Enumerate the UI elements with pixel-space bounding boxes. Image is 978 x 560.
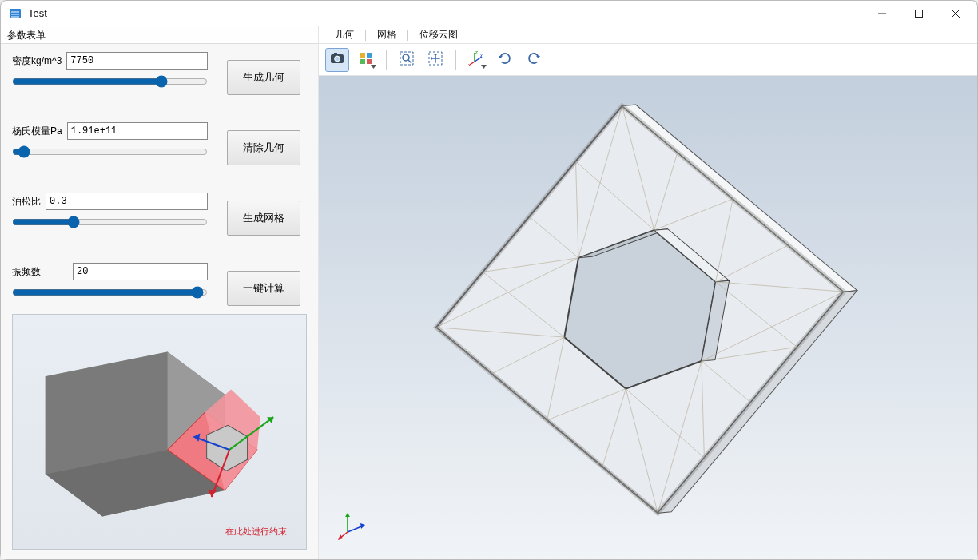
- toolbar-separator: [455, 50, 456, 70]
- svg-text:x: x: [468, 62, 471, 66]
- screenshot-icon: [329, 50, 345, 69]
- screenshot-button[interactable]: [325, 48, 349, 72]
- mesh-render: [319, 76, 977, 559]
- toolbar-separator: [386, 50, 387, 70]
- parameters-panel: 参数表单 密度kg/m^3 生成几何 杨氏模量Pa: [1, 26, 319, 559]
- minimize-button[interactable]: [864, 2, 900, 26]
- main-area: 几何 网格 位移云图: [319, 26, 977, 559]
- maximize-button[interactable]: [900, 2, 937, 26]
- axes-tripod-button[interactable]: z y x: [464, 48, 488, 72]
- svg-rect-18: [360, 53, 365, 58]
- density-slider[interactable]: [12, 74, 208, 89]
- app-window: Test 参数表单 密度kg/m^3 生: [0, 0, 978, 560]
- close-button[interactable]: [937, 2, 974, 26]
- youngs-input[interactable]: [67, 122, 208, 140]
- param-density: 密度kg/m^3: [12, 52, 208, 89]
- freq-input[interactable]: [73, 263, 208, 280]
- poisson-slider[interactable]: [12, 215, 208, 229]
- viewport-3d[interactable]: [319, 76, 977, 559]
- menu-mesh[interactable]: 网格: [368, 26, 406, 43]
- rotate-cw-icon: [526, 50, 542, 69]
- display-mode-button[interactable]: [354, 48, 378, 72]
- rotate-cw-button[interactable]: [522, 48, 546, 72]
- svg-text:z: z: [475, 50, 478, 54]
- pan-icon: [427, 50, 443, 69]
- toolbar: z y x: [319, 44, 977, 76]
- svg-line-24: [408, 60, 411, 63]
- svg-point-23: [403, 54, 409, 61]
- param-poisson: 泊松比: [12, 193, 208, 229]
- generate-mesh-button[interactable]: 生成网格: [227, 201, 300, 236]
- param-frequency: 振频数: [12, 263, 208, 300]
- zoom-fit-icon: [399, 50, 415, 69]
- menu-displacement-cloud[interactable]: 位移云图: [410, 26, 467, 43]
- svg-rect-17: [334, 53, 337, 55]
- viewport-axes-icon: [336, 510, 368, 542]
- window-title: Test: [28, 7, 47, 19]
- zoom-fit-button[interactable]: [395, 48, 419, 72]
- svg-marker-41: [345, 513, 350, 517]
- density-label: 密度kg/m^3: [12, 54, 62, 68]
- poisson-label: 泊松比: [12, 195, 41, 209]
- geometry-preview: 在此处进行约束: [12, 314, 307, 550]
- youngs-slider[interactable]: [12, 145, 208, 159]
- youngs-label: 杨氏模量Pa: [12, 125, 62, 138]
- svg-marker-43: [360, 523, 365, 529]
- freq-slider[interactable]: [12, 285, 208, 300]
- menu-separator: [365, 30, 366, 41]
- svg-line-28: [475, 57, 482, 62]
- menu-geometry[interactable]: 几何: [325, 26, 364, 43]
- panel-header: 参数表单: [1, 26, 318, 44]
- pan-button[interactable]: [423, 48, 447, 72]
- titlebar: Test: [1, 1, 977, 26]
- param-youngs-modulus: 杨氏模量Pa: [12, 122, 208, 159]
- svg-rect-21: [367, 59, 372, 64]
- svg-rect-19: [367, 53, 372, 58]
- compute-button[interactable]: 一键计算: [227, 271, 300, 306]
- freq-label: 振频数: [12, 265, 41, 279]
- density-input[interactable]: [66, 52, 208, 70]
- preview-caption: 在此处进行约束: [225, 526, 287, 538]
- svg-point-16: [335, 56, 340, 62]
- rotate-ccw-button[interactable]: [493, 48, 517, 72]
- app-icon: [9, 7, 22, 20]
- clear-geometry-button[interactable]: 清除几何: [227, 130, 300, 165]
- poisson-input[interactable]: [46, 193, 208, 210]
- generate-geometry-button[interactable]: 生成几何: [227, 60, 300, 95]
- menubar: 几何 网格 位移云图: [319, 26, 977, 44]
- menu-separator: [408, 30, 408, 41]
- svg-rect-1: [916, 10, 923, 17]
- svg-text:y: y: [480, 52, 483, 57]
- svg-rect-20: [360, 59, 365, 64]
- rotate-ccw-icon: [497, 50, 513, 69]
